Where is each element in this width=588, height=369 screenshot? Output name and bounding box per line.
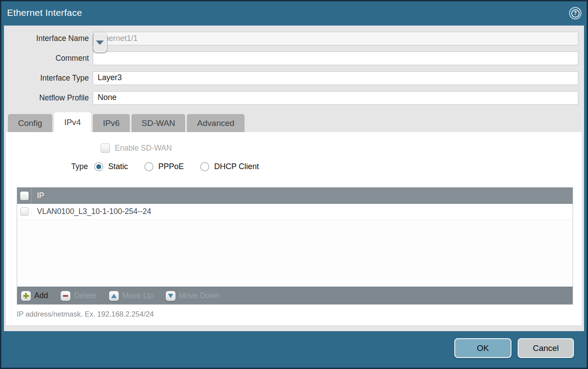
tab-ipv4[interactable]: IPv4 xyxy=(54,112,91,132)
comment-row: Comment xyxy=(4,52,584,65)
question-mark-glyph: ? xyxy=(571,9,580,18)
ok-button[interactable]: OK xyxy=(454,338,511,358)
interface-type-row: Interface Type Layer3 xyxy=(4,71,584,85)
netflow-profile-dropdown[interactable]: None xyxy=(93,91,578,105)
interface-type-label: Interface Type xyxy=(4,74,89,83)
arrow-up-icon xyxy=(109,291,119,301)
add-button[interactable]: Add xyxy=(21,291,48,301)
tab-config[interactable]: Config xyxy=(8,114,52,132)
type-row: Type Static PPPoE DHCP Client xyxy=(6,162,275,171)
ip-column-header: IP xyxy=(32,191,44,200)
select-all-checkbox[interactable] xyxy=(20,192,29,200)
interface-type-value: Layer3 xyxy=(93,72,578,85)
row-checkbox[interactable] xyxy=(20,207,29,216)
enable-sdwan-checkbox[interactable] xyxy=(101,144,110,153)
radio-pppoe-circle xyxy=(144,162,153,171)
move-down-button[interactable]: Move Down xyxy=(166,291,219,301)
table-toolbar: Add Delete Move Up Move Down xyxy=(17,287,573,304)
radio-dhcp-circle xyxy=(200,162,209,171)
comment-field[interactable] xyxy=(93,52,578,65)
arrow-down-icon xyxy=(166,291,175,301)
ipv4-tab-panel: Enable SD-WAN Type Static PPPoE DHCP Cli… xyxy=(5,132,582,326)
help-icon[interactable]: ? xyxy=(569,7,581,19)
ethernet-interface-dialog: Ethernet Interface ? Interface Name Comm… xyxy=(0,0,588,369)
dialog-body: Interface Name Comment Interface Type La… xyxy=(4,26,584,331)
comment-label: Comment xyxy=(4,54,89,63)
tab-sdwan[interactable]: SD-WAN xyxy=(131,114,185,132)
minus-icon xyxy=(61,291,70,301)
table-empty-area xyxy=(17,220,573,287)
netflow-profile-label: Netflow Profile xyxy=(4,93,89,103)
tab-ipv6[interactable]: IPv6 xyxy=(93,114,130,132)
type-label: Type xyxy=(6,162,88,171)
cancel-button[interactable]: Cancel xyxy=(518,338,574,358)
move-up-button[interactable]: Move Up xyxy=(109,291,153,301)
interface-type-dropdown[interactable]: Layer3 xyxy=(93,71,578,85)
radio-dhcp-client[interactable]: DHCP Client xyxy=(200,162,259,171)
radio-pppoe-label: PPPoE xyxy=(158,162,184,171)
plus-icon xyxy=(21,291,31,301)
ip-table: IP VLAN0100_L3_10-1-100-254--24 Add xyxy=(17,187,573,305)
ip-cell-value: VLAN0100_L3_10-1-100-254--24 xyxy=(32,207,151,216)
dialog-title: Ethernet Interface xyxy=(7,7,82,18)
titlebar: Ethernet Interface ? xyxy=(1,1,587,26)
tab-strip: Config IPv4 IPv6 SD-WAN Advanced xyxy=(8,112,245,132)
radio-dhcp-label: DHCP Client xyxy=(214,162,259,171)
enable-sdwan-label: Enable SD-WAN xyxy=(115,144,172,153)
table-row[interactable]: VLAN0100_L3_10-1-100-254--24 xyxy=(17,204,573,220)
interface-name-row: Interface Name xyxy=(4,32,584,45)
dialog-footer: OK Cancel xyxy=(1,331,587,368)
ip-table-header: IP xyxy=(17,188,573,204)
radio-static-label: Static xyxy=(108,162,128,171)
ip-format-hint: IP address/netmask. Ex. 192.168.2.254/24 xyxy=(17,310,154,318)
tab-advanced[interactable]: Advanced xyxy=(187,114,245,132)
delete-button[interactable]: Delete xyxy=(61,291,96,301)
netflow-profile-value: None xyxy=(93,92,578,104)
chevron-down-icon xyxy=(96,41,104,45)
delete-button-label: Delete xyxy=(74,291,96,300)
enable-sdwan-row: Enable SD-WAN xyxy=(101,144,172,153)
add-button-label: Add xyxy=(34,291,48,300)
move-up-button-label: Move Up xyxy=(122,291,153,300)
interface-name-label: Interface Name xyxy=(4,34,89,43)
radio-static-circle xyxy=(94,162,103,171)
interface-name-field[interactable] xyxy=(93,32,578,45)
move-down-button-label: Move Down xyxy=(179,291,219,300)
radio-pppoe[interactable]: PPPoE xyxy=(144,162,184,171)
radio-static[interactable]: Static xyxy=(94,162,128,171)
netflow-profile-row: Netflow Profile None xyxy=(4,91,584,105)
netflow-profile-dropdown-button[interactable] xyxy=(93,33,107,52)
